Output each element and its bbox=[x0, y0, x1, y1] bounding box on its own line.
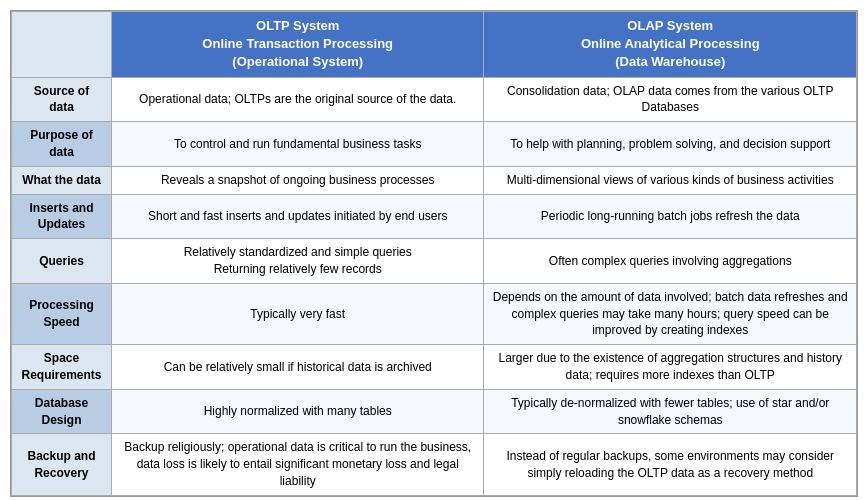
row-olap-cell: Larger due to the existence of aggregati… bbox=[484, 345, 857, 390]
row-oltp-cell: Relatively standardized and simple queri… bbox=[111, 239, 484, 284]
table-row: Source of dataOperational data; OLTPs ar… bbox=[12, 77, 857, 122]
comparison-table-wrapper: OLTP System Online Transaction Processin… bbox=[10, 10, 858, 497]
oltp-title-line2: Online Transaction Processing bbox=[202, 36, 393, 51]
row-label: Processing Speed bbox=[12, 283, 112, 344]
row-oltp-cell: Highly normalized with many tables bbox=[111, 389, 484, 434]
row-olap-cell: To help with planning, problem solving, … bbox=[484, 122, 857, 167]
header-olap: OLAP System Online Analytical Processing… bbox=[484, 12, 857, 78]
row-olap-cell: Typically de-normalized with fewer table… bbox=[484, 389, 857, 434]
row-oltp-cell: Typically very fast bbox=[111, 283, 484, 344]
row-label: Database Design bbox=[12, 389, 112, 434]
olap-title-line2: Online Analytical Processing bbox=[581, 36, 760, 51]
table-row: What the dataReveals a snapshot of ongoi… bbox=[12, 166, 857, 194]
header-oltp: OLTP System Online Transaction Processin… bbox=[111, 12, 484, 78]
row-label: What the data bbox=[12, 166, 112, 194]
table-row: Processing SpeedTypically very fastDepen… bbox=[12, 283, 857, 344]
row-olap-cell: Often complex queries involving aggregat… bbox=[484, 239, 857, 284]
oltp-olap-table: OLTP System Online Transaction Processin… bbox=[11, 11, 857, 496]
table-row: Backup and RecoveryBackup religiously; o… bbox=[12, 434, 857, 495]
table-row: Space RequirementsCan be relatively smal… bbox=[12, 345, 857, 390]
row-oltp-cell: Can be relatively small if historical da… bbox=[111, 345, 484, 390]
table-row: QueriesRelatively standardized and simpl… bbox=[12, 239, 857, 284]
oltp-title-line1: OLTP System bbox=[256, 18, 339, 33]
header-empty bbox=[12, 12, 112, 78]
row-oltp-cell: Operational data; OLTPs are the original… bbox=[111, 77, 484, 122]
row-label: Inserts and Updates bbox=[12, 194, 112, 239]
row-olap-cell: Consolidation data; OLAP data comes from… bbox=[484, 77, 857, 122]
row-label: Purpose of data bbox=[12, 122, 112, 167]
row-olap-cell: Instead of regular backups, some environ… bbox=[484, 434, 857, 495]
olap-title-line1: OLAP System bbox=[627, 18, 713, 33]
row-oltp-cell: Reveals a snapshot of ongoing business p… bbox=[111, 166, 484, 194]
table-row: Purpose of dataTo control and run fundam… bbox=[12, 122, 857, 167]
row-label: Backup and Recovery bbox=[12, 434, 112, 495]
olap-title-line3: (Data Warehouse) bbox=[615, 54, 725, 69]
oltp-title-line3: (Operational System) bbox=[232, 54, 363, 69]
row-label: Space Requirements bbox=[12, 345, 112, 390]
row-oltp-cell: To control and run fundamental business … bbox=[111, 122, 484, 167]
row-olap-cell: Periodic long-running batch jobs refresh… bbox=[484, 194, 857, 239]
row-olap-cell: Multi-dimensional views of various kinds… bbox=[484, 166, 857, 194]
table-row: Database DesignHighly normalized with ma… bbox=[12, 389, 857, 434]
row-label: Source of data bbox=[12, 77, 112, 122]
table-row: Inserts and UpdatesShort and fast insert… bbox=[12, 194, 857, 239]
row-label: Queries bbox=[12, 239, 112, 284]
row-olap-cell: Depends on the amount of data involved; … bbox=[484, 283, 857, 344]
row-oltp-cell: Backup religiously; operational data is … bbox=[111, 434, 484, 495]
row-oltp-cell: Short and fast inserts and updates initi… bbox=[111, 194, 484, 239]
